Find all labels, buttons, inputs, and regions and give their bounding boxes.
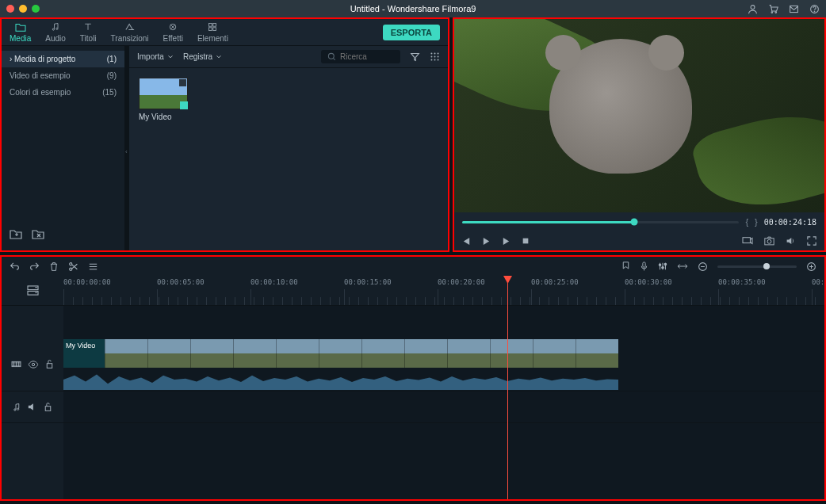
lock-toggle[interactable] [44,402,52,412]
quality-icon[interactable] [742,236,753,246]
sidebar-item-sample-colors[interactable]: Colori di esempio(15) [2,84,124,101]
svg-point-16 [438,52,439,54]
svg-rect-10 [213,24,216,27]
cart-icon[interactable] [767,3,778,14]
sidebar-item-sample-video[interactable]: Video di esempio(9) [2,67,124,84]
mixer-icon[interactable] [658,262,667,271]
music-icon [13,403,21,412]
export-button[interactable]: ESPORTA [383,25,440,40]
svg-point-26 [767,239,771,243]
timeline-clip[interactable]: My Video [63,339,618,368]
timeline-ruler[interactable]: 00:00:00:0000:00:05:0000:00:10:0000:00:1… [63,276,824,306]
close-window-icon[interactable] [6,5,14,13]
effects-icon [167,21,178,32]
play-button[interactable] [482,237,491,246]
tab-transitions[interactable]: Transizioni [111,21,149,43]
redo-button[interactable] [29,262,40,271]
ruler-tick: 00:00:25:00 [531,278,579,286]
mute-toggle[interactable] [28,403,37,411]
tab-elements[interactable]: Elementi [197,21,228,43]
ruler-tick: 00:00:00:00 [63,278,111,286]
svg-point-41 [17,408,19,410]
search-input[interactable] [340,52,388,61]
tab-titles[interactable]: Titoli [80,21,97,43]
manage-tracks-icon[interactable] [27,285,39,296]
sidebar-item-project-media[interactable]: › Media di progetto(1) [2,51,124,67]
window-title: Untitled - Wondershare Filmora9 [350,4,476,13]
svg-point-1 [771,11,773,13]
visibility-toggle[interactable] [28,361,39,368]
svg-rect-12 [213,28,216,31]
preview-viewport[interactable] [454,19,824,212]
zoom-knob[interactable] [763,263,770,269]
record-dropdown[interactable]: Registra [183,52,222,61]
svg-point-18 [434,56,436,58]
minimize-window-icon[interactable] [19,5,27,13]
split-button[interactable] [68,262,78,272]
add-folder-icon[interactable] [10,228,22,239]
ruler-tick: 00:00:40:00 [812,278,824,286]
transitions-icon [124,21,136,32]
mail-icon[interactable] [788,3,799,14]
clip-label: My Video [139,113,188,121]
elements-icon [207,21,218,32]
seek-knob[interactable] [630,219,637,226]
voiceover-icon[interactable] [640,262,648,272]
svg-point-6 [52,29,54,30]
chevron-down-icon [216,54,222,60]
svg-rect-42 [45,407,51,411]
zoom-slider[interactable] [717,265,797,268]
user-icon[interactable] [747,3,758,14]
svg-rect-11 [209,28,212,31]
lock-toggle[interactable] [45,359,54,369]
svg-point-40 [14,408,16,410]
help-icon[interactable] [809,3,820,14]
edit-icon[interactable] [88,262,98,271]
delete-button[interactable] [49,262,59,272]
tab-media[interactable]: Media [10,21,31,43]
preview-panel: {} 00:00:24:18 [453,17,826,252]
svg-point-31 [662,266,664,269]
sidebar-splitter[interactable]: ‹ [124,46,129,250]
svg-point-2 [774,11,776,13]
music-icon [50,21,61,32]
svg-point-30 [659,264,661,266]
search-box[interactable] [321,50,400,63]
search-icon [327,52,336,61]
volume-icon[interactable] [786,236,796,246]
undo-button[interactable] [10,262,20,271]
fullscreen-icon[interactable] [807,236,816,246]
ruler-tick: 00:00:15:00 [344,278,392,286]
svg-point-0 [751,5,755,9]
svg-point-15 [434,52,436,54]
next-frame-button[interactable] [502,237,511,246]
filmstrip-icon [11,360,21,368]
snapshot-icon[interactable] [764,236,774,246]
filter-icon[interactable] [410,52,420,62]
fit-icon[interactable] [677,262,688,270]
video-track[interactable]: My Video [63,338,824,391]
tab-audio[interactable]: Audio [45,21,66,43]
media-clip[interactable]: My Video [139,78,188,121]
tab-effects[interactable]: Effetti [163,21,183,43]
playhead[interactable] [507,276,508,499]
svg-rect-39 [47,364,52,368]
maximize-window-icon[interactable] [32,5,40,13]
marker-icon[interactable] [621,262,630,272]
remove-folder-icon[interactable] [32,228,44,239]
seek-bar[interactable] [462,221,739,223]
timecode: 00:00:24:18 [764,218,816,227]
import-dropdown[interactable]: Importa [137,52,174,61]
chevron-down-icon [167,54,174,60]
ruler-tick: 00:00:05:00 [157,278,205,286]
svg-rect-29 [643,262,645,267]
audio-track[interactable] [63,391,824,423]
stop-button[interactable] [522,237,530,245]
ruler-tick: 00:00:35:00 [718,278,766,286]
zoom-out-button[interactable] [698,262,708,272]
zoom-in-button[interactable] [806,262,816,272]
svg-rect-23 [523,239,529,244]
grid-view-icon[interactable] [430,52,440,62]
prev-frame-button[interactable] [462,237,471,246]
main-tabbar: Media Audio Titoli Transizioni Effetti E… [2,19,448,46]
